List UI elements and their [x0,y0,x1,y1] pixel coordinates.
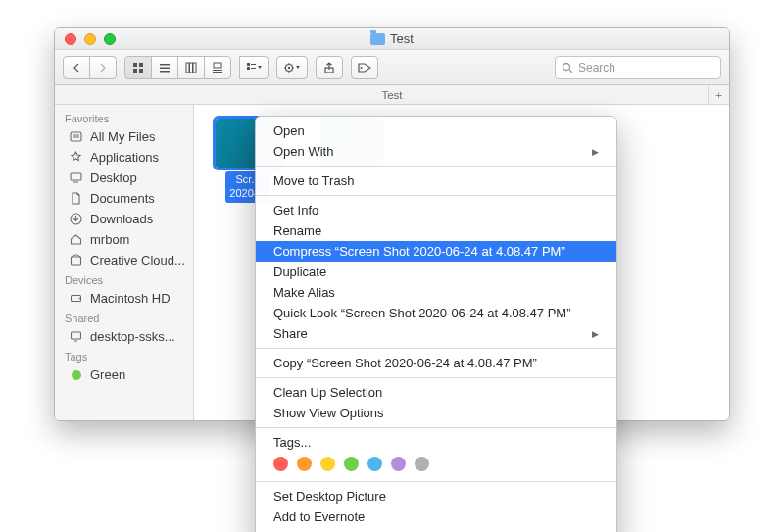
list-view-button[interactable] [151,56,178,79]
sidebar-item-documents[interactable]: Documents [55,188,193,209]
menu-item-label: Set Desktop Picture [273,489,386,504]
back-button[interactable] [63,56,90,79]
tag-dot-icon [69,367,83,382]
column-view-button[interactable] [177,56,205,79]
sidebar-section-label: Favorites [55,109,193,126]
sidebar-item-desktop-ssks[interactable]: desktop-ssks... [55,326,193,347]
all-files-icon [69,129,83,144]
share-button[interactable] [316,56,343,79]
icon-view-button[interactable] [124,56,152,79]
tag-color-dot[interactable] [368,457,382,471]
tag-color-dot[interactable] [391,457,406,471]
close-button[interactable] [65,33,76,45]
folder-icon [370,33,385,45]
desktop-icon [69,170,83,185]
sidebar-item-all-my-files[interactable]: All My Files [55,126,193,147]
svg-point-18 [288,66,290,68]
sidebar-item-green[interactable]: Green [55,364,193,385]
menu-item-rename[interactable]: Rename [256,220,616,241]
minimize-button[interactable] [84,33,96,45]
menu-separator [256,195,616,196]
svg-rect-12 [213,72,222,73]
sidebar-item-label: Green [90,367,125,382]
sidebar-item-label: mrbom [90,232,129,247]
tag-color-dot[interactable] [344,457,359,471]
menu-item-label: Duplicate [273,265,326,279]
svg-point-27 [78,298,80,300]
search-placeholder: Search [578,61,615,74]
tag-color-dot[interactable] [273,457,288,471]
menu-item-label: Get Info [273,203,318,218]
menu-item-share[interactable]: Share [256,323,616,344]
window-title-text: Test [390,31,414,46]
menu-item-open[interactable]: Open [256,121,616,141]
menu-item-label: Share [273,326,308,341]
sidebar-item-label: Desktop [90,170,137,185]
menu-separator [256,377,616,378]
arrange-button[interactable] [239,56,269,79]
menu-item-label: Open [273,123,305,138]
menu-item-make-alias[interactable]: Make Alias [256,282,616,303]
sidebar-item-label: Macintosh HD [90,291,171,306]
zoom-button[interactable] [104,33,116,45]
tag-color-dot[interactable] [415,457,429,471]
sidebar-item-creative-cloud[interactable]: Creative Cloud... [55,250,193,270]
tag-color-dot[interactable] [320,457,335,471]
sidebar-item-downloads[interactable]: Downloads [55,209,193,229]
pathbar-text: Test [381,89,402,101]
menu-separator [256,427,616,428]
sidebar-item-macintosh-hd[interactable]: Macintosh HD [55,288,193,309]
nav-group [63,56,117,79]
svg-point-20 [361,67,363,69]
sidebar[interactable]: FavoritesAll My FilesApplicationsDesktop… [55,105,194,420]
menu-item-add-to-evernote[interactable]: Add to Evernote [256,507,616,527]
monitor-icon [69,329,83,344]
menu-item-copy-screen-shot-2020-06-24-at-4-08-47-p[interactable]: Copy “Screen Shot 2020-06-24 at 4.08.47 … [256,353,616,373]
menu-item-compress-screen-shot-2020-06-24-at-4-08-[interactable]: Compress “Screen Shot 2020-06-24 at 4.08… [256,241,616,262]
sidebar-item-label: Creative Cloud... [90,253,185,267]
toolbar: Search [55,50,729,85]
menu-item-label: Move to Trash [273,173,354,188]
menu-item-get-info[interactable]: Get Info [256,200,616,220]
menu-separator [256,166,616,167]
svg-rect-0 [133,63,137,67]
applications-icon [69,150,83,165]
menu-item-set-desktop-picture[interactable]: Set Desktop Picture [256,486,616,507]
menu-item-tags[interactable]: Tags... [256,432,616,453]
menu-item-label: Add to Evernote [273,509,365,524]
sidebar-item-label: desktop-ssks... [90,329,175,344]
svg-rect-15 [251,64,256,65]
menu-item-show-view-options[interactable]: Show View Options [256,403,616,423]
downloads-icon [69,212,83,226]
menu-item-duplicate[interactable]: Duplicate [256,262,616,282]
action-button[interactable] [276,56,308,79]
disk-icon [69,291,83,306]
coverflow-view-button[interactable] [204,56,231,79]
svg-rect-8 [190,63,193,73]
menu-item-label: Copy “Screen Shot 2020-06-24 at 4.08.47 … [273,356,537,370]
forward-button[interactable] [89,56,117,79]
menu-item-reveal-in-finder[interactable]: Reveal in Finder [256,527,616,532]
search-icon [562,62,573,73]
menu-item-label: Compress “Screen Shot 2020-06-24 at 4.08… [273,244,565,259]
add-tab-button[interactable]: + [708,85,729,104]
sidebar-section-label: Shared [55,309,193,326]
menu-item-quick-look-screen-shot-2020-06-24-at-4-0[interactable]: Quick Look “Screen Shot 2020-06-24 at 4.… [256,303,616,323]
sidebar-item-mrbom[interactable]: mrbom [55,229,193,250]
sidebar-item-applications[interactable]: Applications [55,147,193,168]
window-controls [55,33,116,45]
sidebar-item-label: All My Files [90,129,155,144]
sidebar-item-label: Documents [90,191,155,206]
menu-item-move-to-trash[interactable]: Move to Trash [256,170,616,191]
menu-item-label: Rename [273,223,321,238]
search-field[interactable]: Search [555,56,721,79]
tags-button[interactable] [351,56,378,79]
menu-tags-row [256,453,616,477]
menu-item-open-with[interactable]: Open With [256,141,616,162]
svg-rect-7 [186,63,189,73]
documents-icon [69,191,83,206]
tag-color-dot[interactable] [297,457,312,471]
menu-item-clean-up-selection[interactable]: Clean Up Selection [256,382,616,403]
sidebar-item-desktop[interactable]: Desktop [55,168,193,188]
sidebar-item-label: Downloads [90,212,153,226]
